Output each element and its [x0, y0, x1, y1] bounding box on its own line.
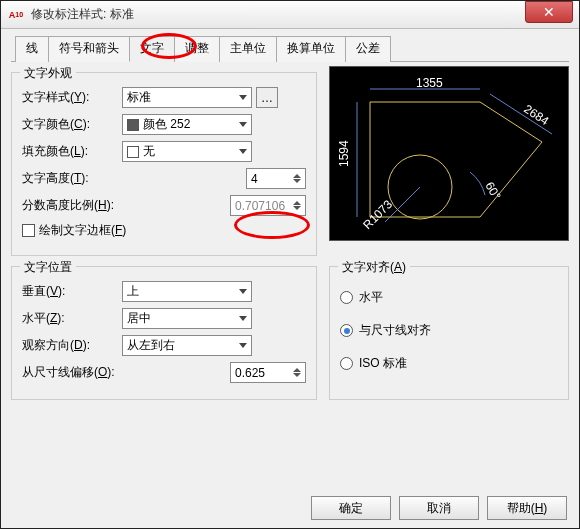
chevron-down-icon	[239, 343, 247, 348]
fraction-scale-label: 分数高度比例(H):	[22, 197, 142, 214]
text-height-label: 文字高度(T):	[22, 170, 122, 187]
tab-primary[interactable]: 主单位	[219, 36, 277, 62]
titlebar: A10 修改标注样式: 标准 ✕	[1, 1, 579, 29]
group-alignment: 文字对齐(A) 水平 与尺寸线对齐 ISO 标准	[329, 266, 569, 400]
text-height-value: 4	[251, 172, 258, 186]
fraction-scale-input[interactable]: 0.707106	[230, 195, 306, 216]
frame-checkbox[interactable]	[22, 224, 35, 237]
group-alignment-title: 文字对齐(A)	[338, 259, 410, 276]
spinner-icon[interactable]	[293, 368, 301, 377]
offset-label: 从尺寸线偏移(O):	[22, 364, 142, 381]
vertical-combo[interactable]: 上	[122, 281, 252, 302]
text-color-label: 文字颜色(C):	[22, 116, 122, 133]
help-button[interactable]: 帮助(H)	[487, 496, 567, 520]
window-title: 修改标注样式: 标准	[31, 6, 525, 23]
align-iso-label: ISO 标准	[359, 355, 407, 372]
horizontal-combo[interactable]: 居中	[122, 308, 252, 329]
tab-symbols[interactable]: 符号和箭头	[48, 36, 130, 62]
tab-text[interactable]: 文字	[129, 36, 175, 62]
svg-text:1594: 1594	[337, 140, 351, 167]
align-horizontal-label: 水平	[359, 289, 383, 306]
offset-value: 0.625	[235, 366, 265, 380]
close-button[interactable]: ✕	[525, 1, 573, 23]
fill-color-value: 无	[143, 143, 155, 160]
cancel-button[interactable]: 取消	[399, 496, 479, 520]
fill-color-combo[interactable]: 无	[122, 141, 252, 162]
align-dimline-label: 与尺寸线对齐	[359, 322, 431, 339]
chevron-down-icon	[239, 95, 247, 100]
text-color-combo[interactable]: 颜色 252	[122, 114, 252, 135]
chevron-down-icon	[239, 316, 247, 321]
text-style-browse-button[interactable]: …	[256, 87, 278, 108]
group-appearance: 文字外观 文字样式(Y): 标准 … 文字颜色(C): 颜色 252	[11, 72, 317, 256]
app-icon: A10	[7, 6, 25, 24]
horizontal-label: 水平(Z):	[22, 310, 122, 327]
align-iso-radio[interactable]	[340, 357, 353, 370]
chevron-down-icon	[239, 122, 247, 127]
viewdir-combo[interactable]: 从左到右	[122, 335, 252, 356]
text-style-label: 文字样式(Y):	[22, 89, 122, 106]
fill-color-label: 填充颜色(L):	[22, 143, 122, 160]
color-swatch-icon	[127, 119, 139, 131]
tab-tol[interactable]: 公差	[345, 36, 391, 62]
vertical-label: 垂直(V):	[22, 283, 122, 300]
ok-button[interactable]: 确定	[311, 496, 391, 520]
preview-pane: 1355 1594 2684 60° R1073	[329, 66, 569, 241]
align-dimline-radio[interactable]	[340, 324, 353, 337]
horizontal-value: 居中	[127, 310, 151, 327]
tab-fit[interactable]: 调整	[174, 36, 220, 62]
group-placement: 文字位置 垂直(V): 上 水平(Z): 居中 观察方向(D	[11, 266, 317, 400]
spinner-icon[interactable]	[293, 201, 301, 210]
color-swatch-icon	[127, 146, 139, 158]
tab-line[interactable]: 线	[15, 36, 49, 62]
svg-text:R1073: R1073	[360, 197, 395, 232]
text-style-combo[interactable]: 标准	[122, 87, 252, 108]
svg-text:60°: 60°	[482, 180, 503, 203]
fraction-scale-value: 0.707106	[235, 199, 285, 213]
spinner-icon[interactable]	[293, 174, 301, 183]
text-style-value: 标准	[127, 89, 151, 106]
viewdir-label: 观察方向(D):	[22, 337, 122, 354]
tab-alt[interactable]: 换算单位	[276, 36, 346, 62]
preview-drawing: 1355 1594 2684 60° R1073	[330, 67, 570, 242]
frame-checkbox-label: 绘制文字边框(F)	[39, 222, 126, 239]
text-height-input[interactable]: 4	[246, 168, 306, 189]
svg-text:1355: 1355	[416, 76, 443, 90]
vertical-value: 上	[127, 283, 139, 300]
dialog-buttons: 确定 取消 帮助(H)	[311, 496, 567, 520]
group-placement-title: 文字位置	[20, 259, 76, 276]
offset-input[interactable]: 0.625	[230, 362, 306, 383]
tab-strip: 线 符号和箭头 文字 调整 主单位 换算单位 公差	[11, 35, 569, 62]
viewdir-value: 从左到右	[127, 337, 175, 354]
align-horizontal-radio[interactable]	[340, 291, 353, 304]
chevron-down-icon	[239, 289, 247, 294]
text-color-value: 颜色 252	[143, 116, 190, 133]
chevron-down-icon	[239, 149, 247, 154]
group-appearance-title: 文字外观	[20, 65, 76, 82]
